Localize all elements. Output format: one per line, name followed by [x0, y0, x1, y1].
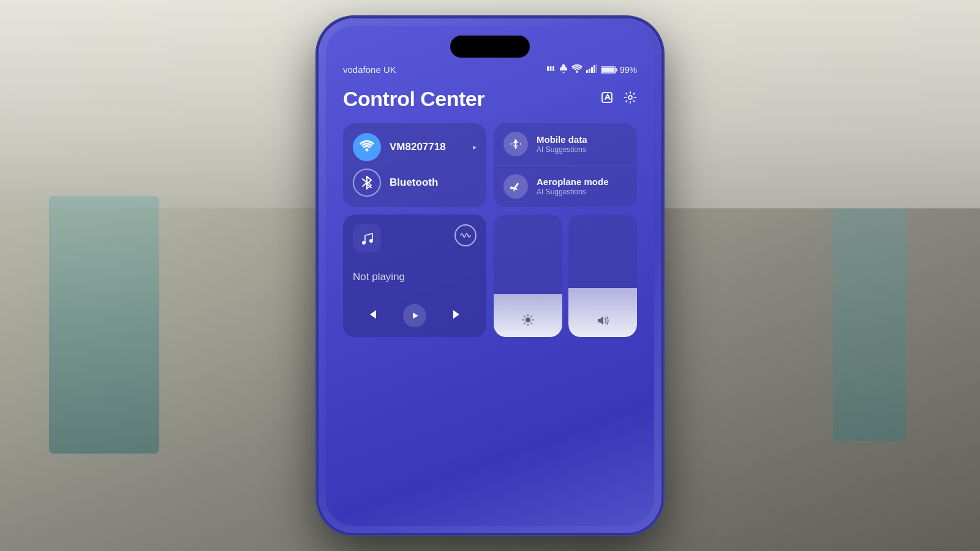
svg-rect-3: [586, 70, 588, 73]
music-top: [353, 224, 477, 253]
scene: vodafone UK: [0, 0, 980, 551]
wifi-item[interactable]: VM8207718 ▸: [353, 133, 477, 161]
brightness-slider[interactable]: [494, 215, 562, 337]
control-center: Control Center: [343, 87, 637, 509]
volume-fill: [568, 288, 637, 337]
wifi-icon-bg: [353, 133, 381, 161]
carrier-label: vodafone UK: [343, 64, 396, 75]
svg-point-12: [628, 96, 632, 99]
phone-wrapper: vodafone UK: [318, 18, 662, 533]
aeroplane-text: Aeroplane mode AI Suggestions: [537, 177, 609, 196]
mobile-data-label: Mobile data: [537, 134, 587, 145]
svg-point-15: [369, 239, 373, 243]
connectivity-tile[interactable]: VM8207718 ▸: [343, 123, 486, 207]
aeroplane-item[interactable]: Aeroplane mode AI Suggestions: [494, 165, 637, 207]
next-button[interactable]: [451, 309, 464, 323]
not-playing-label: Not playing: [353, 271, 477, 283]
phone-body: vodafone UK: [318, 18, 662, 533]
cc-header: Control Center: [343, 87, 637, 111]
play-button[interactable]: [403, 304, 426, 327]
svg-rect-6: [594, 65, 595, 73]
gear-icon[interactable]: [624, 91, 637, 108]
waveform-icon[interactable]: [454, 224, 477, 246]
wifi-signal-icon: ▸: [473, 143, 477, 151]
svg-rect-7: [596, 64, 597, 73]
battery-percent: 99%: [620, 65, 637, 75]
wifi-status-icon: [571, 64, 582, 75]
mobile-tile[interactable]: ↑↓ Mobile data AI Suggestions: [494, 123, 637, 207]
battery-icon: 99%: [601, 65, 637, 75]
svg-point-16: [526, 317, 530, 322]
decoration-left: [49, 196, 159, 454]
wifi-label: VM8207718: [390, 141, 446, 153]
music-tile[interactable]: Not playing: [343, 215, 486, 337]
dynamic-island: [450, 36, 530, 58]
music-note-bg: [353, 224, 381, 253]
svg-point-14: [362, 241, 366, 245]
mobile-data-icon-bg: ↑↓: [503, 132, 528, 156]
svg-rect-0: [547, 66, 549, 71]
volume-icon: [596, 315, 609, 329]
edit-icon[interactable]: [600, 91, 614, 108]
brightness-icon: [522, 314, 534, 329]
nfc-icon: [546, 64, 556, 75]
svg-rect-2: [552, 66, 554, 71]
bluetooth-label: Bluetooth: [390, 177, 438, 189]
phone-screen: vodafone UK: [326, 26, 654, 526]
svg-text:↑↓: ↑↓: [511, 142, 516, 147]
svg-rect-5: [591, 67, 593, 73]
cc-main-grid: VM8207718 ▸: [343, 123, 637, 207]
cc-header-icons: [600, 91, 637, 108]
bluetooth-item[interactable]: Bluetooth: [353, 169, 477, 197]
svg-rect-9: [616, 68, 617, 71]
bluetooth-icon-bg: [353, 169, 381, 197]
cc-title: Control Center: [343, 87, 484, 111]
sliders-container: [494, 215, 637, 337]
prev-button[interactable]: [366, 309, 378, 323]
status-bar: vodafone UK: [343, 64, 637, 75]
svg-rect-10: [601, 67, 614, 72]
decoration-right: [833, 208, 907, 441]
svg-rect-4: [589, 69, 590, 73]
aeroplane-icon-bg: [503, 174, 528, 199]
status-icons: 99%: [546, 64, 637, 75]
mobile-data-text: Mobile data AI Suggestions: [537, 134, 587, 154]
mobile-data-item[interactable]: ↑↓ Mobile data AI Suggestions: [494, 123, 637, 165]
cc-bottom-row: Not playing: [343, 215, 637, 337]
volume-slider[interactable]: [568, 215, 637, 337]
bell-icon: [559, 64, 568, 75]
svg-rect-1: [549, 66, 551, 71]
music-controls: [353, 304, 477, 327]
signal-icon: [586, 64, 597, 75]
aeroplane-sub: AI Suggestions: [537, 188, 609, 196]
mobile-data-sub: AI Suggestions: [537, 145, 587, 154]
aeroplane-label: Aeroplane mode: [537, 177, 609, 188]
